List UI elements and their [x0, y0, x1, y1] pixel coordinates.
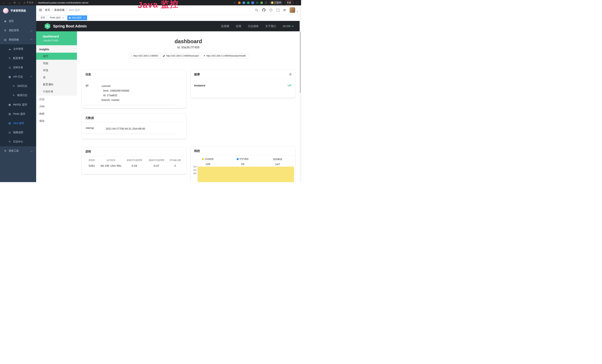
health-instance-row[interactable]: Instance UP [194, 84, 291, 87]
info-card: 信息 git commit: time: 1596289704000 id: 2… [82, 70, 186, 108]
tag-redis-monitor[interactable]: Redis 监控 × [48, 15, 66, 20]
sidebar-item-label: 系统管理 [9, 29, 19, 32]
sba-brand-title[interactable]: Spring Boot Admin [53, 24, 86, 28]
browser-actions: ☆ on 已暂停 更新 ⋮ [232, 0, 300, 5]
security-indicator[interactable]: ⚠ 不安全 dashboard.yudao.iocoder.cn/infra/a… [23, 1, 89, 4]
user-avatar[interactable] [290, 7, 295, 13]
sidebar-item-access-logs[interactable]: ✎ 访问日志 [0, 81, 36, 91]
axis-tick-mark [197, 173, 197, 173]
github-icon[interactable] [262, 8, 266, 12]
tag-java-monitor[interactable]: Java 监控 × [67, 15, 87, 20]
chrome-update-button[interactable]: 更新 [285, 0, 293, 5]
sidebar-item-error-logs[interactable]: ✎ 错误日志 [0, 91, 36, 100]
chevron-up-icon [31, 76, 32, 78]
live-threads-area [198, 167, 294, 182]
page-scrollbar[interactable] [300, 5, 301, 182]
sidebar-item-java-monitor[interactable]: ▧ Java 监控 [0, 118, 36, 128]
sidebar-item-dev-tools[interactable]: ⚒ 研发工具 [0, 146, 36, 156]
tag-label: Redis 监控 [50, 16, 61, 19]
sidebar-item-file-mgmt[interactable]: ☁ 文件管理 [0, 44, 36, 54]
sidebar-item-jvm[interactable]: JVM [36, 103, 77, 110]
insights-item-config-props[interactable]: 配置属性 [36, 81, 77, 88]
service-url-link[interactable]: ⌂ http://192.168.0.2:48080/ [128, 53, 160, 58]
sidebar-item-system-mgmt[interactable]: ⚙ 系统管理 [0, 26, 36, 35]
extension-icon-4[interactable] [251, 1, 254, 4]
paused-badge[interactable]: 已暂停 [269, 0, 283, 5]
browser-forward-icon[interactable]: → [8, 1, 11, 4]
browser-back-icon[interactable]: ← [3, 1, 6, 4]
extension-icon-3[interactable] [247, 1, 249, 4]
sba-nav-about[interactable]: 关于我们 [265, 24, 276, 28]
help-icon[interactable]: ? [269, 9, 273, 12]
extension-icon-pin[interactable] [265, 1, 267, 4]
extension-icon-on[interactable]: on [256, 1, 258, 4]
sidebar-item-infrastructure[interactable]: ▤ 基础设施 [0, 35, 36, 44]
browser-menu-dots-icon[interactable]: ⋮ [296, 1, 298, 4]
sidebar-item-mappings[interactable]: 映射 [36, 110, 77, 117]
browser-reload-icon[interactable]: ↻ [13, 1, 16, 4]
sidebar-item-redis-monitor[interactable]: ▥ Redis 监控 [0, 109, 36, 118]
health-url-link[interactable]: ♥ http://192.168.0.2:48080/actuator/heal… [201, 53, 248, 58]
sidebar-item-mysql-monitor[interactable]: ▣ MySQL 监控 [0, 100, 36, 109]
extension-icon-2[interactable] [243, 1, 245, 4]
insights-item-metrics[interactable]: 性能 [36, 60, 77, 67]
sba-nav-journal[interactable]: 日志报表 [248, 24, 259, 28]
sba-logo-icon[interactable] [44, 23, 51, 30]
extension-icon-1[interactable] [238, 1, 241, 4]
sidebar-item-logs[interactable]: 日志 [36, 96, 77, 103]
sidebar-item-log-center[interactable]: ✎ 日志中心 [0, 137, 36, 146]
address-bar-url[interactable]: dashboard.yudao.iocoder.cn/infra/admin-s… [38, 1, 89, 4]
admin-sidebar: 芋道管理系统 ◉ 首页 ⚙ 系统管理 ▤ 基础设施 ☁ 文件管理 ✎ [0, 5, 36, 182]
insights-item-environment[interactable]: 环境 [36, 67, 77, 74]
database-icon: ▣ [8, 103, 11, 106]
hamburger-icon[interactable] [39, 9, 42, 11]
sidebar-item-scheduled-tasks[interactable]: ◷ 定时任务 [0, 63, 36, 72]
app-logo-icon [3, 8, 9, 13]
threads-live-col: 活动线程 143 [190, 157, 225, 166]
metadata-card-title: 元数据 [85, 116, 94, 120]
close-icon[interactable]: × [62, 17, 64, 19]
browser-home-icon[interactable]: ⌂ [19, 1, 20, 4]
scrollbar-thumb[interactable] [300, 32, 301, 93]
sba-language-select[interactable]: zh-CN [283, 25, 293, 28]
git-id-line: id: 27aa832 [102, 93, 129, 98]
font-size-icon[interactable]: tT [283, 9, 286, 12]
instance-sidebar: dashboard 93a3fc7f7409 Insights 细节 性能 环境… [36, 31, 77, 182]
insights-item-scheduled-tasks[interactable]: 计划任务 [36, 88, 77, 95]
log-icon: ✎ [12, 94, 15, 97]
app-window: 芋道管理系统 ◉ 首页 ⚙ 系统管理 ▤ 基础设施 ☁ 文件管理 ✎ [0, 5, 301, 182]
clock-icon: ◷ [8, 66, 11, 69]
git-branch-line: branch: master [102, 98, 129, 102]
sidebar-item-home[interactable]: ◉ 首页 [0, 17, 36, 26]
insights-item-classes[interactable]: 类 [36, 74, 77, 81]
extension-icon-5[interactable] [260, 1, 263, 4]
git-key: git [86, 84, 102, 102]
close-icon[interactable]: × [83, 17, 85, 19]
bookmark-star-icon[interactable]: ☆ [233, 1, 236, 4]
daemon-threads-swatch-icon [237, 158, 239, 160]
sidebar-item-trace[interactable]: ◎ 链路追踪 [0, 128, 36, 137]
tag-home[interactable]: 首页 [39, 15, 47, 20]
sba-nav-wallboard[interactable]: 应用墙 [221, 24, 229, 28]
threads-legend: 活动线程 143 守护进程 53 线程峰值 147 [190, 157, 295, 166]
search-icon[interactable] [255, 9, 258, 12]
actuator-url-link[interactable]: http://192.168.0.2:48080/actuator [160, 53, 201, 58]
history-icon[interactable]: ↺ [289, 73, 291, 76]
live-threads-label: 活动线程 [204, 158, 214, 161]
tags-view-bar: 首页 Redis 监控 × Java 监控 × [36, 15, 301, 21]
sba-nav-applications[interactable]: 应用 [236, 24, 241, 28]
sidebar-item-config-mgmt[interactable]: ✎ 配置管理 [0, 54, 36, 63]
sidebar-item-api-logs[interactable]: ▦ API 日志 [0, 72, 36, 81]
sidebar-item-caches[interactable]: 缓存 [36, 117, 77, 125]
insights-item-details[interactable]: 细节 [36, 53, 77, 60]
sidebar-logo-row[interactable]: 芋道管理系统 [0, 5, 36, 16]
instance-header[interactable]: dashboard 93a3fc7f7409 [36, 31, 77, 45]
dashboard-icon: ◉ [4, 20, 7, 23]
chevron-up-icon [31, 39, 32, 41]
active-dot-icon [69, 17, 71, 19]
breadcrumb-infrastructure[interactable]: 基础设施 [54, 8, 64, 12]
fullscreen-icon[interactable] [276, 9, 280, 12]
breadcrumb-home[interactable]: 首页 [45, 8, 50, 12]
breadcrumb-separator: / [52, 9, 53, 11]
document-icon: ▦ [8, 75, 11, 78]
